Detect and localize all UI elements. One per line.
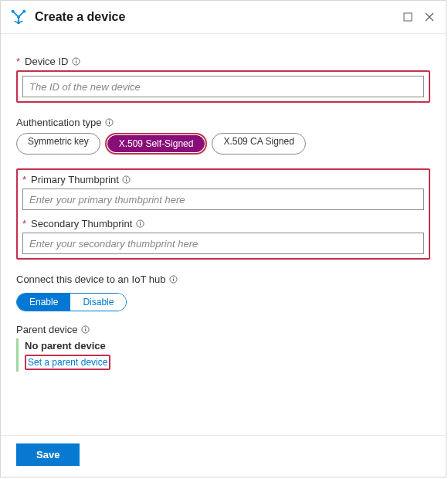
- svg-rect-15: [140, 223, 141, 226]
- auth-option-x509-self[interactable]: X.509 Self-Signed: [107, 135, 205, 152]
- svg-point-10: [109, 120, 110, 121]
- panel-content: * Device ID Authentication type Symmetri…: [1, 34, 446, 435]
- device-id-label: * Device ID: [16, 56, 430, 67]
- svg-rect-12: [126, 179, 127, 182]
- primary-thumbprint-input[interactable]: [22, 189, 424, 210]
- iot-hub-label: Connect this device to an IoT hub: [16, 273, 430, 285]
- device-id-input[interactable]: [22, 76, 424, 97]
- svg-point-22: [85, 327, 86, 328]
- info-icon[interactable]: [135, 219, 144, 229]
- set-parent-link[interactable]: Set a parent device: [26, 356, 109, 369]
- device-id-highlight: [16, 70, 430, 103]
- panel-title: Create a device: [35, 10, 393, 24]
- auth-option-x509-ca[interactable]: X.509 CA Signed: [212, 133, 305, 155]
- iot-hub-toggle: Enable Disable: [16, 293, 127, 311]
- svg-rect-4: [404, 13, 412, 21]
- required-marker: *: [16, 56, 20, 67]
- iot-hub-disable[interactable]: Disable: [70, 294, 126, 311]
- svg-rect-6: [76, 61, 76, 63]
- svg-rect-21: [85, 329, 86, 331]
- svg-point-3: [17, 21, 20, 24]
- auth-type-label: Authentication type: [16, 117, 430, 128]
- parent-device-section: Parent device No parent device Set a par…: [16, 324, 430, 372]
- auth-type-options: Symmetric key X.509 Self-Signed X.509 CA…: [16, 133, 430, 155]
- svg-point-13: [126, 177, 127, 178]
- svg-point-19: [173, 277, 174, 277]
- auth-option-highlight: X.509 Self-Signed: [105, 133, 208, 155]
- iot-hub-icon: [10, 8, 27, 25]
- panel-footer: Save: [1, 435, 446, 477]
- svg-point-7: [76, 59, 76, 59]
- create-device-panel: Create a device * Device ID Authenticati…: [0, 0, 446, 477]
- save-button[interactable]: Save: [16, 443, 80, 466]
- svg-rect-9: [109, 122, 110, 124]
- parent-device-label: Parent device: [16, 324, 430, 335]
- secondary-thumbprint-input[interactable]: [22, 233, 424, 254]
- secondary-thumbprint-label: * Secondary Thumbprint: [22, 218, 424, 229]
- parent-device-body: No parent device Set a parent device: [16, 338, 430, 372]
- maximize-button[interactable]: [401, 10, 415, 24]
- thumbprints-highlight: * Primary Thumbprint * Secondary Thumbpr…: [16, 168, 430, 260]
- primary-thumbprint-label: * Primary Thumbprint: [22, 174, 424, 185]
- info-icon[interactable]: [81, 325, 90, 335]
- panel-header: Create a device: [1, 1, 446, 34]
- required-marker: *: [22, 174, 26, 185]
- iot-hub-enable[interactable]: Enable: [17, 294, 70, 311]
- parent-device-current: No parent device: [25, 340, 430, 352]
- auth-option-symmetric[interactable]: Symmetric key: [16, 133, 100, 155]
- svg-point-0: [12, 10, 15, 13]
- set-parent-highlight: Set a parent device: [25, 355, 110, 370]
- close-button[interactable]: [423, 10, 436, 24]
- svg-rect-18: [173, 279, 174, 281]
- info-icon[interactable]: [71, 57, 80, 66]
- svg-point-2: [17, 15, 20, 19]
- required-marker: *: [22, 218, 26, 229]
- info-icon[interactable]: [105, 118, 114, 127]
- svg-point-1: [22, 10, 25, 13]
- svg-point-16: [140, 221, 141, 222]
- info-icon[interactable]: [168, 275, 178, 284]
- info-icon[interactable]: [122, 175, 131, 185]
